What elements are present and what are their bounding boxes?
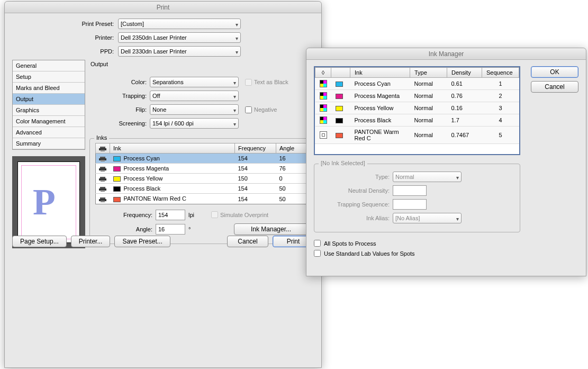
angle-unit: ° — [188, 226, 191, 232]
frequency-input[interactable] — [156, 210, 185, 220]
type-label: Type: — [321, 174, 393, 180]
color-swatch — [113, 197, 121, 202]
printer-button[interactable]: Printer... — [71, 236, 111, 247]
all-spots-label: All Spots to Process — [324, 240, 376, 247]
process-icon — [320, 80, 327, 87]
process-icon — [320, 104, 327, 112]
inks-col-ink[interactable]: Ink — [110, 143, 235, 154]
ink-row[interactable]: Process MagentaNormal0.762 — [315, 90, 519, 102]
save-preset-button[interactable]: Save Preset... — [114, 236, 170, 247]
svg-rect-11 — [101, 180, 105, 182]
ink-row[interactable]: Process YellowNormal0.163 — [315, 102, 519, 114]
trapping-label: Trapping: — [89, 93, 150, 99]
color-swatch — [113, 186, 121, 192]
sidebar-item-graphics[interactable]: Graphics — [13, 105, 85, 116]
inks-legend: Inks — [94, 134, 109, 141]
lab-values-checkbox[interactable] — [314, 250, 321, 257]
page-setup-button[interactable]: Page Setup... — [12, 236, 67, 247]
printer-icon — [99, 146, 106, 151]
sidebar-item-advanced[interactable]: Advanced — [13, 127, 85, 138]
color-swatch — [113, 176, 121, 182]
neutral-density-input[interactable] — [393, 185, 427, 196]
output-header: Output — [91, 61, 314, 67]
print-preset-select[interactable]: [Custom] — [118, 19, 241, 29]
inks-col-frequency[interactable]: Frequency — [235, 143, 276, 154]
ink-row[interactable]: Process Magenta15476 — [96, 164, 308, 174]
print-dialog: Print Print Preset: [Custom] Printer: De… — [4, 1, 322, 368]
cancel-button[interactable]: Cancel — [227, 236, 268, 247]
printer-icon — [99, 176, 106, 182]
screening-select[interactable]: 154 lpi / 600 dpi — [150, 118, 239, 129]
svg-rect-15 — [100, 197, 105, 199]
ink-manager-title: Ink Manager — [306, 48, 586, 60]
ink-row[interactable]: Process Yellow1500 — [96, 174, 308, 184]
flip-select[interactable]: None — [150, 104, 239, 115]
ink-manager-dialog: Ink Manager OK Cancel ◊ Ink Type Density… — [306, 48, 586, 276]
frequency-label: Frequency: — [95, 212, 156, 218]
sidebar-item-summary[interactable]: Summary — [13, 138, 85, 149]
trapping-sequence-label: Trapping Sequence: — [321, 201, 393, 208]
color-swatch — [336, 82, 343, 87]
svg-rect-3 — [100, 157, 105, 158]
inks-col-angle[interactable]: Angle — [276, 143, 308, 154]
color-swatch — [336, 133, 343, 138]
printer-label: Printer: — [12, 34, 118, 41]
printer-icon — [99, 197, 106, 202]
color-swatch — [336, 118, 343, 123]
trapping-select[interactable]: Off — [150, 91, 239, 101]
lab-values-label: Use Standard Lab Values for Spots — [324, 250, 415, 257]
inks-col-print[interactable] — [96, 143, 110, 154]
angle-input[interactable] — [156, 224, 185, 235]
printer-icon — [99, 156, 106, 161]
sidebar-item-color-management[interactable]: Color Management — [13, 116, 85, 127]
cancel-button[interactable]: Cancel — [531, 81, 578, 93]
svg-rect-17 — [101, 201, 105, 202]
all-spots-checkbox[interactable] — [314, 240, 321, 247]
ink-drop-icon: ◊ — [322, 69, 324, 76]
ink-manager-button[interactable]: Ink Manager... — [234, 223, 308, 235]
color-select[interactable]: Separations — [150, 77, 239, 87]
col-type[interactable]: Type — [410, 68, 447, 78]
svg-rect-6 — [100, 167, 105, 168]
text-as-black-label: Text as Black — [254, 79, 288, 85]
ink-row[interactable]: Process Black15450 — [96, 184, 308, 194]
sidebar-item-general[interactable]: General — [13, 60, 85, 71]
angle-label: Angle: — [95, 226, 156, 232]
ink-row[interactable]: PANTONE Warm Red CNormal0.74675 — [315, 127, 519, 144]
negative-checkbox[interactable] — [245, 106, 252, 113]
sidebar-item-output[interactable]: Output — [13, 94, 85, 105]
col-ink[interactable]: Ink — [350, 68, 410, 78]
type-select[interactable]: Normal — [393, 172, 462, 182]
ink-row[interactable]: Process CyanNormal0.611 — [315, 78, 519, 90]
ink-manager-table[interactable]: ◊ Ink Type Density Sequence Process Cyan… — [315, 67, 519, 143]
flip-label: Flip: — [89, 106, 150, 113]
sidebar-item-marks-and-bleed[interactable]: Marks and Bleed — [13, 83, 85, 94]
trapping-sequence-input[interactable] — [393, 199, 427, 210]
printer-icon — [99, 166, 106, 172]
ink-row[interactable]: PANTONE Warm Red C15450 — [96, 194, 308, 204]
screening-label: Screening: — [89, 120, 150, 127]
svg-rect-5 — [101, 160, 105, 161]
color-label: Color: — [89, 79, 150, 85]
ink-row[interactable]: Process BlackNormal1.74 — [315, 114, 519, 127]
page-thumbnail: P — [12, 156, 85, 248]
simulate-overprint-label: Simulate Overprint — [220, 212, 268, 218]
svg-rect-14 — [101, 190, 105, 192]
print-title: Print — [5, 2, 321, 13]
col-density[interactable]: Density — [447, 68, 482, 78]
svg-rect-8 — [101, 170, 105, 172]
simulate-overprint-checkbox — [211, 211, 218, 218]
ink-alias-select[interactable]: [No Alias] — [393, 213, 462, 223]
sidebar-item-setup[interactable]: Setup — [13, 71, 85, 83]
col-kind-icon[interactable]: ◊ — [315, 68, 331, 78]
text-as-black-checkbox — [245, 79, 252, 86]
svg-rect-0 — [100, 147, 105, 148]
col-sequence[interactable]: Sequence — [482, 68, 519, 78]
ink-row[interactable]: Process Cyan15416 — [96, 154, 308, 164]
printer-select[interactable]: Dell 2350dn Laser Printer — [118, 32, 241, 43]
ppd-select[interactable]: Dell 2330dn Laser Printer — [118, 46, 241, 57]
ok-button[interactable]: OK — [531, 66, 578, 78]
col-swatch[interactable] — [331, 68, 350, 78]
print-preset-label: Print Preset: — [12, 21, 118, 27]
inks-table[interactable]: Ink Frequency Angle Process Cyan15416Pro… — [95, 143, 308, 204]
